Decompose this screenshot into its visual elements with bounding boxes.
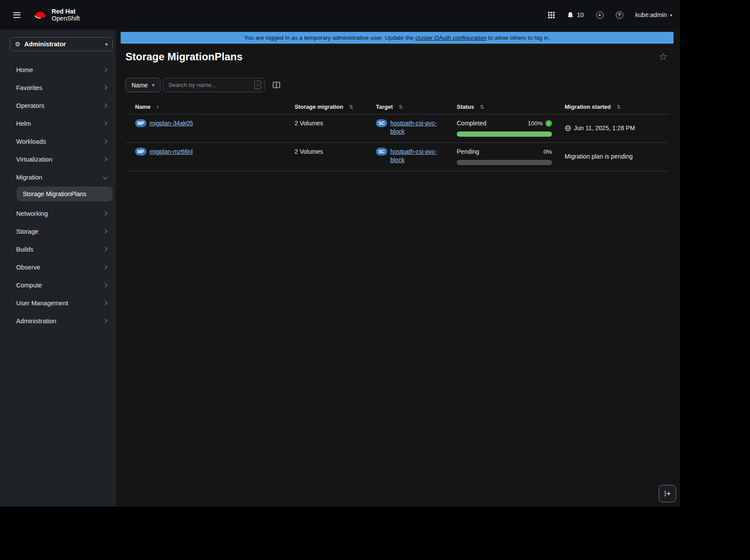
progress-percent: 100% (528, 119, 543, 128)
chevron-right-icon (103, 104, 108, 108)
chevron-right-icon (103, 283, 108, 287)
notifications-button[interactable]: 10 (567, 11, 584, 19)
page-header: Storage MigrationPlans ☆ (125, 51, 668, 63)
column-header-status[interactable]: Status ⇅ (457, 104, 565, 110)
name-cell: MP migplan-mz66nl (125, 148, 295, 165)
sidebar-item-migration[interactable]: Migration (0, 168, 116, 186)
plus-circle-icon: + (596, 11, 604, 19)
sidebar: ⚙ Administrator ▾ Home Favorites Operato… (0, 30, 116, 507)
sidebar-item-storage[interactable]: Storage (0, 222, 116, 240)
lightspeed-launcher-button[interactable] (659, 485, 676, 502)
sort-icon: ⇅ (399, 104, 403, 110)
manage-columns-button[interactable] (273, 81, 280, 89)
storage-migration-cell: 2 Volumes (295, 148, 376, 165)
sidebar-item-workloads[interactable]: Workloads (0, 132, 116, 150)
caret-down-icon: ▾ (105, 42, 108, 47)
nav-toggle-button[interactable] (11, 10, 22, 20)
chevron-right-icon (103, 121, 108, 126)
notification-count: 10 (577, 11, 584, 18)
migration-started-cell: Jun 11, 2025, 1:28 PM (565, 119, 669, 137)
progress-percent: 0% (543, 148, 552, 156)
chevron-right-icon (103, 139, 108, 144)
brand-line1: Red Hat (52, 8, 80, 15)
sidebar-item-operators[interactable]: Operators (0, 97, 116, 114)
pointer-arrow-icon (663, 489, 672, 498)
column-header-target[interactable]: Target ⇅ (376, 104, 457, 110)
page-title: Storage MigrationPlans (125, 51, 243, 63)
storage-class-badge: SC (376, 119, 387, 127)
chevron-right-icon (103, 86, 108, 90)
temp-admin-banner: You are logged in as a temporary adminis… (121, 32, 674, 44)
sidebar-nav: Home Favorites Operators Helm Workloads … (0, 61, 116, 330)
sidebar-item-compute[interactable]: Compute (0, 276, 116, 294)
sort-icon: ⇅ (349, 104, 353, 110)
storage-class-link[interactable]: hostpath-csi-pvc-block (390, 148, 439, 164)
app-launcher-button[interactable] (548, 12, 555, 18)
app-grid-icon (548, 12, 555, 18)
sidebar-item-user-management[interactable]: User Management (0, 294, 116, 312)
search-shortcut-hint: / (254, 81, 261, 89)
chevron-right-icon (103, 301, 108, 305)
sidebar-item-builds[interactable]: Builds (0, 240, 116, 258)
migration-plans-table: Name ↑ Storage migration ⇅ Target ⇅ Stat… (125, 104, 669, 171)
storage-class-link[interactable]: hostpath-csi-pvc-block (390, 119, 439, 136)
help-button[interactable]: ? (616, 11, 623, 19)
chevron-right-icon (103, 265, 108, 270)
filter-type-dropdown[interactable]: Name ▾ (125, 78, 160, 92)
masthead-actions: 10 + ? kube:admin ▾ (548, 11, 672, 19)
oauth-config-link[interactable]: cluster OAuth configuration (415, 35, 486, 41)
globe-icon (565, 125, 571, 131)
sort-ascending-icon: ↑ (156, 104, 159, 110)
status-text: Pending (457, 148, 479, 156)
column-header-storage-migration[interactable]: Storage migration ⇅ (295, 104, 376, 110)
sidebar-item-helm[interactable]: Helm (0, 114, 116, 132)
user-menu-button[interactable]: kube:admin ▾ (635, 11, 672, 18)
progress-bar (457, 131, 552, 137)
chevron-right-icon (103, 229, 108, 234)
target-cell: SC hostpath-csi-pvc-block (376, 148, 457, 165)
progress-bar (457, 160, 552, 165)
migration-plan-link[interactable]: migplan-34ak05 (149, 119, 193, 128)
status-text: Completed (457, 119, 486, 128)
chevron-right-icon (103, 68, 108, 72)
column-header-name[interactable]: Name ↑ (125, 104, 295, 110)
sidebar-item-observe[interactable]: Observe (0, 258, 116, 276)
sidebar-item-networking[interactable]: Networking (0, 204, 116, 222)
storage-migration-cell: 2 Volumes (295, 119, 376, 137)
sidebar-item-virtualization[interactable]: Virtualization (0, 150, 116, 168)
chevron-right-icon (103, 247, 108, 252)
column-header-migration-started[interactable]: Migration started ⇅ (565, 104, 669, 110)
migration-plan-link[interactable]: migplan-mz66nl (149, 148, 193, 156)
redhat-openshift-logo: Red Hat OpenShift (33, 8, 80, 22)
search-field: / (163, 78, 265, 92)
bell-icon (567, 11, 574, 19)
sort-icon: ⇅ (480, 104, 484, 110)
caret-down-icon: ▾ (152, 83, 154, 87)
quick-create-button[interactable]: + (596, 11, 604, 19)
started-text: Jun 11, 2025, 1:28 PM (574, 124, 635, 132)
status-cell: Completed 100% ✓ (457, 119, 565, 137)
perspective-switcher[interactable]: ⚙ Administrator ▾ (10, 37, 113, 51)
name-cell: MP migplan-34ak05 (125, 119, 295, 137)
columns-icon (273, 81, 280, 89)
chevron-right-icon (103, 211, 108, 216)
search-input[interactable] (163, 78, 265, 92)
check-circle-icon: ✓ (545, 120, 552, 127)
favorite-star-icon[interactable]: ☆ (658, 52, 668, 62)
sidebar-item-storage-migrationplans[interactable]: Storage MigrationPlans (17, 187, 113, 201)
storage-class-badge: SC (376, 148, 387, 156)
sidebar-item-favorites[interactable]: Favorites (0, 79, 116, 97)
caret-down-icon: ▾ (670, 13, 672, 17)
migration-started-cell: Migration plan is pending (565, 148, 669, 165)
filter-toolbar: Name ▾ / (125, 78, 680, 92)
migration-plan-badge: MP (135, 119, 146, 127)
started-text: Migration plan is pending (565, 152, 633, 161)
chevron-right-icon (103, 319, 108, 323)
sidebar-item-home[interactable]: Home (0, 61, 116, 79)
redhat-fedora-icon (33, 9, 48, 21)
sidebar-item-administration[interactable]: Administration (0, 312, 116, 330)
openshift-console: Red Hat OpenShift (0, 0, 680, 507)
gear-icon: ⚙ (15, 41, 21, 48)
migration-plan-badge: MP (135, 148, 146, 156)
table-header: Name ↑ Storage migration ⇅ Target ⇅ Stat… (125, 104, 669, 114)
